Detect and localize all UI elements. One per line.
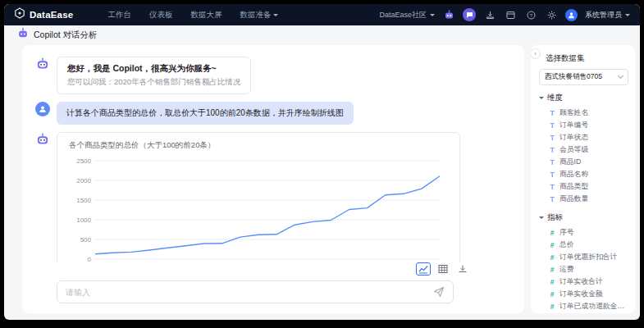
- page-title: Copilot 对话分析: [34, 30, 98, 41]
- bot-chart-message: 各个商品类型的总价（大于100的前20条） 050010001500200025…: [35, 132, 509, 262]
- dimensions-label: 维度: [547, 93, 563, 103]
- bot-greeting-bubble: 您好，我是 Copilot，很高兴为你服务~ 您可以问我：2020年各个销售部门…: [57, 57, 251, 94]
- template-market-icon[interactable]: [504, 8, 517, 21]
- topbar-nav-item[interactable]: 数据准备: [240, 10, 278, 20]
- help-icon[interactable]: ?: [524, 8, 537, 21]
- chat-input[interactable]: [66, 288, 427, 297]
- chevron-down-icon: [625, 14, 630, 19]
- number-field-icon: #: [549, 241, 555, 249]
- text-field-icon: T: [549, 109, 555, 117]
- chevron-down-icon: [273, 14, 278, 19]
- dimension-field-item[interactable]: T 订单编号: [539, 119, 628, 131]
- caret-down-icon: [539, 216, 544, 221]
- field-label: 顾客姓名: [560, 108, 588, 118]
- text-field-icon: T: [549, 158, 555, 166]
- field-label: 订单编号: [560, 121, 588, 130]
- user-name-label: 系统管理员: [585, 10, 622, 20]
- table-view-button[interactable]: [436, 262, 450, 276]
- user-avatar[interactable]: [565, 9, 578, 21]
- dataset-selected-value: 西式快餐销售0705: [545, 72, 615, 82]
- user-menu[interactable]: 系统管理员: [585, 10, 630, 20]
- chat-analysis-icon[interactable]: [463, 8, 476, 21]
- sidebar-title: 选择数据集: [546, 53, 628, 64]
- svg-text:2000: 2000: [76, 177, 91, 184]
- chart-title: 各个商品类型的总价（大于100的前20条）: [69, 140, 451, 151]
- org-label: DataEase社区: [379, 10, 427, 20]
- download-chart-button[interactable]: [455, 262, 470, 276]
- dimension-field-item[interactable]: T 商品ID: [539, 156, 628, 168]
- metric-field-item[interactable]: # 序号: [539, 226, 628, 239]
- nav-item-label: 数据大屏: [190, 10, 222, 20]
- dimension-field-item[interactable]: T 商品名称: [539, 168, 628, 180]
- metric-field-item[interactable]: # 总价: [539, 239, 628, 251]
- dimension-field-item[interactable]: T 商品数量: [539, 193, 628, 205]
- copilot-robot-icon[interactable]: [442, 8, 455, 21]
- text-field-icon: T: [549, 134, 555, 142]
- user-message: 计算各个商品类型的总价，取总价大于100的前20条数据，并升序绘制折线图: [35, 102, 509, 125]
- org-switcher[interactable]: DataEase社区: [379, 10, 435, 20]
- field-label: 序号: [560, 228, 574, 238]
- dimension-list: T 顾客姓名 T 订单编号 T 订单状态 T: [539, 107, 628, 205]
- caret-down-icon: [539, 97, 544, 102]
- number-field-icon: #: [549, 303, 555, 311]
- number-field-icon: #: [549, 253, 555, 262]
- dimension-field-item[interactable]: T 会员等级: [539, 144, 628, 156]
- send-icon[interactable]: [433, 286, 445, 298]
- message-list: 您好，我是 Copilot，很高兴为你服务~ 您可以问我：2020年各个销售部门…: [22, 45, 524, 262]
- field-label: 订单状态: [560, 133, 588, 143]
- settings-gear-icon[interactable]: [545, 8, 558, 21]
- number-field-icon: #: [549, 290, 555, 298]
- text-field-icon: T: [549, 183, 555, 191]
- metric-field-item[interactable]: # 运费: [539, 263, 628, 276]
- metric-field-item[interactable]: # 订单实收合计: [539, 276, 628, 288]
- chat-input-bar: [57, 280, 454, 303]
- user-message-bubble: 计算各个商品类型的总价，取总价大于100的前20条数据，并升序绘制折线图: [57, 102, 354, 125]
- text-field-icon: T: [549, 146, 555, 154]
- greeting-subtitle: 您可以问我：2020年各个销售部门销售额占比情况: [67, 77, 240, 88]
- dataset-select[interactable]: 西式快餐销售0705: [539, 69, 628, 85]
- metrics-section-header[interactable]: 指标: [539, 212, 628, 223]
- download-icon[interactable]: [483, 8, 496, 21]
- svg-text:500: 500: [80, 236, 92, 244]
- bot-greeting-message: 您好，我是 Copilot，很高兴为你服务~ 您可以问我：2020年各个销售部门…: [35, 57, 509, 94]
- copilot-robot-icon: [17, 28, 29, 43]
- bot-avatar-robot-icon: [35, 132, 50, 147]
- metric-field-item[interactable]: # 订单实收金额: [539, 288, 628, 300]
- dimension-field-item[interactable]: T 商品类型: [539, 180, 628, 193]
- field-label: 总价: [560, 240, 574, 250]
- topbar-nav-item[interactable]: 仪表板: [149, 10, 173, 20]
- app-window: DataEase 工作台 仪表板 数据大屏: [4, 4, 640, 320]
- sidebar-collapse-button[interactable]: ›: [531, 48, 541, 59]
- topbar-nav-item[interactable]: 工作台: [107, 10, 131, 20]
- field-label: 商品名称: [560, 170, 588, 180]
- metric-field-item[interactable]: # 支付手续费(比): [539, 312, 628, 313]
- field-label: 商品ID: [560, 157, 581, 167]
- field-label: 订单实收金额: [560, 289, 603, 299]
- top-nav-menu: 工作台 仪表板 数据大屏 数据准备: [107, 10, 278, 20]
- number-field-icon: #: [549, 278, 555, 286]
- field-label: 商品类型: [560, 182, 588, 192]
- topbar-nav-item[interactable]: 数据大屏: [190, 10, 222, 20]
- field-label: 运费: [560, 265, 574, 275]
- nav-item-label: 仪表板: [149, 10, 173, 20]
- field-label: 订单实收合计: [560, 277, 603, 287]
- chart-toolbar: [22, 262, 524, 276]
- field-label: 订单优惠折扣合计: [560, 253, 617, 262]
- bot-avatar-robot-icon: [35, 57, 50, 71]
- brand-logo[interactable]: DataEase: [14, 7, 73, 22]
- metric-field-item[interactable]: # 订单优惠折扣合计: [539, 251, 628, 263]
- text-field-icon: T: [549, 195, 555, 203]
- greeting-title: 您好，我是 Copilot，很高兴为你服务~: [67, 63, 240, 75]
- svg-text:1000: 1000: [76, 216, 91, 224]
- field-label: 订单已成功退款金额（..: [560, 302, 628, 312]
- dimensions-section-header[interactable]: 维度: [539, 93, 628, 103]
- metric-field-item[interactable]: # 订单已成功退款金额（..: [539, 300, 628, 312]
- top-navbar: DataEase 工作台 仪表板 数据大屏: [4, 4, 640, 25]
- chat-panel: 您好，我是 Copilot，很高兴为你服务~ 您可以问我：2020年各个销售部门…: [22, 45, 524, 313]
- page-header: Copilot 对话分析: [4, 25, 640, 45]
- dimension-field-item[interactable]: T 订单状态: [539, 131, 628, 144]
- svg-text:1500: 1500: [76, 197, 91, 204]
- chart-type-line-button[interactable]: [416, 262, 431, 276]
- nav-item-label: 工作台: [107, 10, 131, 20]
- dimension-field-item[interactable]: T 顾客姓名: [539, 107, 628, 119]
